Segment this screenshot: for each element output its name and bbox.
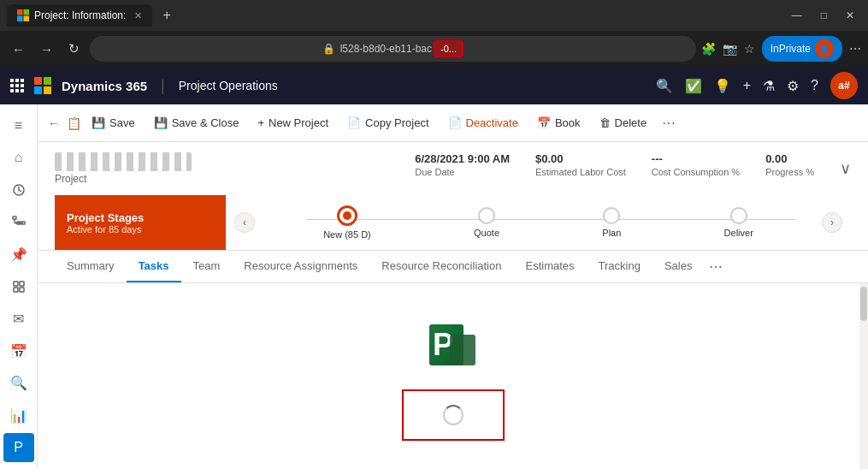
svg-rect-15 — [14, 282, 18, 286]
command-bar: ← 📋 💾 Save 💾 Save & Close + New Project … — [38, 104, 868, 142]
more-options-icon[interactable]: ⋯ — [849, 42, 861, 56]
loading-box — [402, 389, 505, 441]
stage-circle-quote — [478, 207, 495, 224]
stages-subtitle: Active for 85 days — [67, 224, 214, 234]
stat-due-date: 6/28/2021 9:00 AM Due Date — [415, 152, 510, 177]
delete-icon: 🗑 — [599, 116, 611, 129]
tab-close-btn[interactable]: ✕ — [134, 10, 142, 21]
sidebar-item-reports[interactable]: 📊 — [3, 401, 34, 430]
user-avatar[interactable]: a# — [830, 72, 858, 99]
new-record-icon[interactable]: + — [743, 78, 751, 93]
form-view-icon[interactable]: 📋 — [67, 116, 81, 130]
refresh-btn[interactable]: ↻ — [63, 38, 85, 60]
notifications-icon[interactable]: 💡 — [714, 78, 731, 94]
delete-button[interactable]: 🗑 Delete — [591, 111, 656, 134]
tab-resource-assignments[interactable]: Resource Assignments — [232, 251, 369, 282]
stage-circle-plan — [603, 207, 620, 224]
expand-chevron-btn[interactable]: ∨ — [840, 159, 851, 178]
sidebar-item-home[interactable]: ⌂ — [3, 144, 34, 173]
stage-item-new[interactable]: New (85 D) — [323, 205, 371, 240]
tab-tasks[interactable]: Tasks — [127, 251, 181, 282]
minimize-btn[interactable]: — — [785, 9, 809, 21]
stage-label-quote: Quote — [474, 228, 499, 238]
extensions-icon[interactable]: 🧩 — [701, 42, 716, 56]
address-bar[interactable]: 🔒 l528-b8d0-eb11-bac -0... — [90, 36, 696, 62]
deactivate-button[interactable]: 📄 Deactivate — [440, 111, 527, 134]
stat-progress: 0.00 Progress % — [765, 152, 814, 177]
stage-item-quote[interactable]: Quote — [474, 207, 499, 238]
sidebar-item-recent[interactable] — [3, 175, 34, 205]
copy-project-button[interactable]: 📄 Copy Project — [339, 111, 437, 134]
scrollbar-thumb[interactable] — [860, 287, 867, 321]
stage-item-deliver[interactable]: Deliver — [724, 207, 753, 238]
tab-favicon — [17, 9, 29, 21]
app-bar: Dynamics 365 | Project Operations 🔍 ✅ 💡 … — [0, 67, 868, 104]
sidebar-item-mail[interactable]: ✉ — [3, 305, 34, 334]
settings-icon[interactable]: ⚙ — [787, 78, 799, 94]
stages-next-btn[interactable]: › — [822, 212, 842, 233]
sidebar-item-calendar[interactable]: 📅 — [3, 336, 34, 365]
cost-consumption-label: Cost Consumption % — [652, 167, 740, 177]
save-icon: 💾 — [92, 116, 105, 129]
sidebar-item-entities[interactable] — [3, 272, 34, 301]
help-icon[interactable]: ? — [811, 78, 818, 93]
scrollbar[interactable] — [859, 283, 868, 469]
forward-btn[interactable]: → — [35, 39, 58, 60]
sidebar-item-search[interactable]: 🔍 — [3, 369, 34, 398]
address-highlighted: -0... — [434, 40, 464, 57]
app-name: Dynamics 365 — [62, 79, 147, 93]
browser-toolbar: ← → ↻ 🔒 l528-b8d0-eb11-bac -0... 🧩 📷 ☆ I… — [0, 31, 868, 67]
progress-label: Progress % — [765, 167, 814, 177]
project-stats: 6/28/2021 9:00 AM Due Date $0.00 Estimat… — [415, 152, 814, 177]
svg-rect-5 — [44, 77, 51, 85]
save-close-button[interactable]: 💾 Save & Close — [145, 111, 248, 134]
svg-rect-7 — [44, 86, 51, 94]
bookmark-icon[interactable]: ☆ — [744, 42, 755, 56]
lock-icon: 🔒 — [322, 43, 335, 55]
stages-nav: ‹ New (85 D) — [226, 195, 851, 250]
project-title-block: Project — [55, 152, 192, 185]
browser-chrome: Project: Information: ✕ + — □ ✕ — [0, 0, 868, 31]
back-nav-btn[interactable]: ← — [48, 116, 60, 130]
copy-icon: 📄 — [347, 116, 361, 129]
filter-icon[interactable]: ⚗ — [763, 78, 775, 94]
main-content: ≡ ⌂ 📌 ✉ 📅 🔍 — [0, 104, 868, 469]
tab-team[interactable]: Team — [181, 251, 233, 282]
tab-estimates[interactable]: Estimates — [513, 251, 586, 282]
stages-prev-btn[interactable]: ‹ — [234, 212, 255, 233]
book-button[interactable]: 📅 Book — [528, 111, 589, 134]
command-more-btn[interactable]: ⋯ — [657, 111, 681, 134]
tasks-icon[interactable]: ✅ — [685, 78, 702, 94]
tabs-more-btn[interactable]: ⋯ — [704, 252, 728, 282]
svg-rect-21 — [450, 335, 475, 365]
stage-label-plan: Plan — [602, 228, 621, 238]
window-controls: — □ ✕ — [785, 9, 861, 21]
svg-rect-17 — [14, 288, 18, 292]
sidebar-item-pinned[interactable]: 📌 — [3, 240, 34, 270]
back-btn[interactable]: ← — [7, 39, 30, 60]
active-tab[interactable]: Project: Information: ✕ — [7, 4, 152, 27]
tab-sales[interactable]: Sales — [652, 251, 705, 282]
tab-resource-reconciliation[interactable]: Resource Reconciliation — [369, 251, 513, 282]
stages-title: Project Stages — [67, 211, 214, 224]
screenshare-icon[interactable]: 📷 — [723, 42, 737, 56]
waffle-menu-icon[interactable] — [10, 79, 24, 92]
stage-item-plan[interactable]: Plan — [602, 207, 621, 238]
maximize-btn[interactable]: □ — [814, 9, 834, 21]
stage-circle-deliver — [730, 207, 747, 224]
project-header: Project 6/28/2021 9:00 AM Due Date $0.00… — [38, 142, 868, 251]
stage-label-new: New (85 D) — [323, 229, 371, 240]
save-button[interactable]: 💾 Save — [83, 111, 144, 134]
due-date-label: Due Date — [415, 167, 510, 177]
new-tab-btn[interactable]: + — [157, 6, 175, 25]
sidebar-item-sitemap[interactable] — [3, 208, 34, 237]
tab-tracking[interactable]: Tracking — [587, 251, 652, 282]
sidebar-item-project[interactable]: P — [3, 433, 34, 462]
inprivate-btn[interactable]: InPrivate 👤 — [762, 36, 842, 62]
tab-summary[interactable]: Summary — [55, 251, 127, 282]
close-btn[interactable]: ✕ — [839, 9, 861, 21]
stage-dot-new — [343, 211, 351, 220]
new-project-button[interactable]: + New Project — [249, 111, 337, 134]
sidebar-item-menu[interactable]: ≡ — [3, 111, 34, 140]
search-icon[interactable]: 🔍 — [656, 78, 673, 94]
